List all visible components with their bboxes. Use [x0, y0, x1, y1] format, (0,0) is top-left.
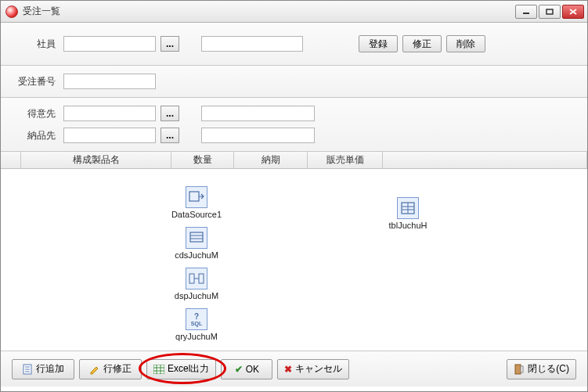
- component-label: qryJuchuM: [165, 332, 228, 341]
- button-label: 行修正: [103, 362, 132, 376]
- component-cds[interactable]: cdsJuchuM: [165, 227, 228, 260]
- pencil-icon: [89, 364, 100, 375]
- component-qry[interactable]: ? SQL qryJuchuM: [165, 308, 228, 341]
- datasource-icon: [186, 186, 207, 208]
- tokui-lookup-button[interactable]: ...: [161, 106, 179, 121]
- component-label: dspJuchuM: [165, 291, 228, 300]
- section-shain: 社員 ... 登録 修正 削除: [1, 23, 587, 66]
- grid-header-rest: [383, 152, 587, 168]
- minimize-button[interactable]: [515, 5, 537, 19]
- button-label: 行追加: [36, 362, 64, 376]
- ok-button[interactable]: ✔ OK: [221, 359, 272, 379]
- component-dsp[interactable]: dspJuchuM: [165, 268, 228, 300]
- grid-header: 構成製品名 数量 納期 販売単価: [1, 152, 587, 169]
- juchu-no-input[interactable]: [63, 74, 156, 89]
- edit-row-button[interactable]: 行修正: [79, 359, 142, 379]
- shain-name-input[interactable]: [201, 36, 303, 52]
- add-row-button[interactable]: 行追加: [12, 359, 74, 379]
- app-icon: [5, 5, 18, 18]
- nouhin-lookup-button[interactable]: ...: [161, 128, 179, 143]
- close-dialog-button[interactable]: 閉じる(C): [507, 359, 576, 379]
- title-bar: 受注一覧: [1, 1, 587, 23]
- svg-rect-8: [189, 274, 194, 283]
- shain-lookup-button[interactable]: ...: [161, 36, 179, 52]
- x-icon: ✖: [284, 364, 292, 375]
- label-nouhin: 納品先: [16, 129, 56, 142]
- section-tokui-nouhin: 得意先 ... 納品先 ...: [1, 98, 587, 152]
- query-icon: ? SQL: [186, 308, 207, 330]
- svg-rect-24: [515, 365, 521, 374]
- footer-bar: 行追加 行修正 Excel出力 ✔ OK ✖ キャンセル 閉じる(C): [1, 351, 587, 387]
- window-title: 受注一覧: [23, 5, 60, 18]
- design-canvas: DataSource1 cdsJuchuM dspJuchuM ? SQL qr…: [1, 169, 587, 351]
- svg-rect-25: [521, 366, 523, 372]
- component-tbl[interactable]: tblJuchuH: [377, 197, 439, 230]
- provider-icon: [186, 268, 207, 290]
- nouhin-code-input[interactable]: [63, 128, 156, 143]
- grid-header-col1[interactable]: 構成製品名: [21, 152, 171, 168]
- shain-code-input[interactable]: [63, 36, 156, 52]
- nouhin-name-input[interactable]: [201, 128, 315, 143]
- label-juchu-no: 受注番号: [16, 75, 56, 88]
- excel-export-button[interactable]: Excel出力: [146, 359, 216, 379]
- modify-button[interactable]: 修正: [402, 35, 442, 52]
- maximize-button[interactable]: [539, 5, 561, 19]
- button-label: キャンセル: [295, 362, 342, 376]
- close-button[interactable]: [562, 5, 584, 19]
- grid-header-col3[interactable]: 納期: [234, 152, 308, 168]
- cancel-button[interactable]: ✖ キャンセル: [277, 359, 349, 379]
- button-label: Excel出力: [168, 362, 209, 376]
- label-shain: 社員: [16, 38, 56, 51]
- door-icon: [514, 364, 525, 375]
- tokui-code-input[interactable]: [63, 106, 156, 121]
- document-icon: [22, 364, 33, 375]
- component-datasource[interactable]: DataSource1: [165, 186, 228, 219]
- component-label: tblJuchuH: [377, 221, 439, 230]
- svg-rect-1: [547, 9, 553, 14]
- component-label: DataSource1: [165, 210, 228, 219]
- label-tokui: 得意先: [16, 107, 56, 120]
- register-button[interactable]: 登録: [359, 35, 398, 52]
- delete-button[interactable]: 削除: [446, 35, 485, 52]
- grid-header-col4[interactable]: 販売単価: [308, 152, 383, 168]
- section-juchu-no: 受注番号: [1, 66, 587, 98]
- grid-header-col2[interactable]: 数量: [171, 152, 234, 168]
- svg-rect-4: [189, 192, 199, 201]
- grid-icon: [153, 364, 164, 375]
- svg-rect-19: [153, 365, 164, 374]
- grid-header-indicator: [1, 152, 21, 168]
- table-icon: [397, 197, 419, 219]
- tokui-name-input[interactable]: [201, 106, 315, 121]
- svg-rect-5: [190, 232, 203, 242]
- button-label: 閉じる(C): [528, 362, 569, 376]
- clientdataset-icon: [186, 227, 207, 249]
- svg-rect-9: [199, 274, 204, 283]
- button-label: OK: [246, 364, 259, 375]
- check-icon: ✔: [235, 364, 243, 375]
- component-label: cdsJuchuM: [165, 250, 228, 260]
